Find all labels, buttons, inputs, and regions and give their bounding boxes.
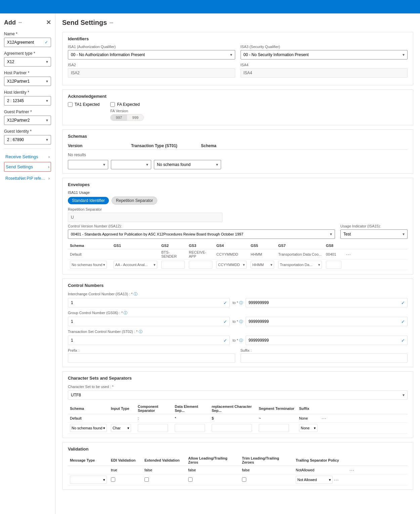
no-results-text: No results [68, 153, 408, 157]
st02-row: ✓ to * ⓘ ✓ [68, 336, 408, 345]
schema-col-schema: Schema [201, 143, 408, 148]
ta1-checkbox-label[interactable]: TA1 Expected [68, 102, 99, 107]
gs06-input[interactable] [68, 317, 230, 326]
rep-sep-input[interactable] [68, 213, 222, 222]
isa13-to-info-icon[interactable]: ⓘ [239, 301, 243, 305]
prefix-input[interactable] [68, 353, 235, 363]
sidebar-item-send-settings[interactable]: Send Settings › [4, 162, 51, 172]
fa-version-group: FA Version 997 999 [110, 109, 144, 121]
val-allow-checkbox[interactable] [188, 477, 193, 482]
name-value: X12Agreement [7, 40, 34, 45]
host-identity-label: Host Identity * [4, 90, 51, 95]
env-gs7-select[interactable]: Transportation Da... ▾ [278, 261, 322, 269]
fa-checkbox[interactable] [110, 102, 115, 107]
guest-identity-select[interactable]: 2 : 67890 ▾ [4, 135, 51, 144]
isa13-input[interactable] [68, 298, 230, 307]
isa2-input[interactable] [68, 68, 235, 78]
host-partner-select[interactable]: X12Partner1 ▾ [4, 77, 51, 86]
isa3-select[interactable]: 00 - No Security Information Present ▾ [241, 50, 408, 59]
st02-input[interactable] [68, 336, 230, 345]
sep-default-ellipsis[interactable]: ··· [322, 416, 327, 421]
st02-to-input[interactable] [246, 336, 408, 345]
isa13-info-icon[interactable]: ⓘ [134, 292, 137, 296]
env-schema-select[interactable]: No schemas found ▾ [70, 261, 107, 269]
host-identity-select[interactable]: 2 : 12345 ▾ [4, 96, 51, 105]
close-icon[interactable]: ✕ [46, 19, 51, 26]
st02-info-icon[interactable]: ⓘ [139, 330, 142, 334]
suffix-input[interactable] [241, 353, 408, 363]
env-schema-option: No schemas found [72, 263, 102, 267]
control-version-select[interactable]: 00401 - Standards Approved for Publicati… [68, 229, 335, 239]
host-partner-label: Host Partner * [4, 71, 51, 75]
sep-col-actions [320, 403, 408, 414]
val-col-trim-leading: Trim Leading/Trailing Zeroes [240, 455, 294, 466]
ta1-checkbox[interactable] [68, 102, 73, 107]
schema-transaction-select[interactable]: ▾ [111, 160, 151, 169]
env-gs4-option: CCYYMMDD [218, 263, 240, 267]
sep-suffix-select[interactable]: None ▾ [299, 424, 318, 432]
env-gs2-input[interactable] [161, 261, 185, 269]
sep-replacement-input[interactable] [212, 424, 252, 432]
agreement-type-select[interactable]: X12 ▾ [4, 57, 51, 67]
char-set-select[interactable]: UTF8 ▾ [68, 390, 408, 400]
env-gs1-select[interactable]: AA - Account Anal... ▾ [114, 261, 157, 269]
name-select[interactable]: X12Agreement ✓ [4, 38, 51, 47]
gs06-info-icon[interactable]: ⓘ [124, 311, 127, 315]
env-gs8-input[interactable] [326, 261, 341, 269]
isa1-select[interactable]: 00 - No Authorization Information Presen… [68, 50, 235, 59]
isa13-row: ✓ to * ⓘ ✓ [68, 298, 408, 307]
val-default-ellipsis[interactable]: ··· [349, 467, 354, 473]
isa13-to-input-wrap: ✓ [246, 298, 408, 307]
val-controls-row: ▾ [68, 474, 408, 485]
val-trailing-sep-group: Not Allowed ▾ ··· [296, 476, 345, 484]
env-col-gs4: GS4 [214, 242, 249, 249]
sidebar-item-rosettanet[interactable]: RosettaNet PIP referen... › [4, 173, 51, 183]
val-row-ellipsis[interactable]: ··· [334, 477, 339, 482]
st02-to-group: to * ⓘ [233, 338, 243, 343]
isa13-to-input[interactable] [246, 298, 408, 307]
chevron-down-icon: ▾ [46, 59, 48, 64]
val-trailing-sep-select[interactable]: Not Allowed ▾ [296, 476, 333, 484]
gs06-to-info-icon[interactable]: ⓘ [239, 319, 243, 324]
sep-default-actions: ··· [320, 414, 408, 423]
sep-segment-input[interactable] [259, 424, 289, 432]
env-gs4-select[interactable]: CCYYMMDD ▾ [216, 261, 247, 269]
env-default-ellipsis[interactable]: ··· [346, 252, 351, 257]
table-row-controls: No schemas found ▾ AA - Account Anal... … [68, 260, 408, 270]
schema-version-select[interactable]: ▾ [68, 160, 108, 169]
schema-select[interactable]: No schemas found ▾ [154, 160, 221, 169]
identifiers-title: Identifiers [68, 36, 408, 41]
val-edi-checkbox[interactable] [111, 477, 115, 482]
val-col-allow-leading: Allow Leading/Trailing Zeros [186, 455, 240, 466]
val-schema-select[interactable]: ▾ [70, 476, 107, 484]
env-col-schema: Schema [68, 242, 112, 249]
val-extended-checkbox[interactable] [144, 477, 149, 482]
gs06-to-input[interactable] [246, 317, 408, 326]
usage-select[interactable]: Test ▾ [340, 229, 408, 239]
control-version-label: Control Version Number (ISA12): [68, 224, 335, 228]
page-title-row: Send Settings ··· [62, 19, 413, 27]
env-gs3-input[interactable] [189, 261, 212, 269]
chevron-down-sep-suffix: ▾ [314, 426, 316, 430]
sep-schema-select[interactable]: No schemas found ▾ [70, 424, 107, 432]
repetition-separator-btn[interactable]: Repetition Separator [112, 197, 157, 205]
fa-version-997[interactable]: 997 [111, 115, 127, 121]
isa4-input[interactable] [241, 68, 408, 78]
sidebar-item-receive-settings[interactable]: Receive Settings › [4, 152, 51, 162]
sep-data-element-input[interactable] [175, 424, 205, 432]
separator-table: Schema Input Type Component Separator Da… [68, 403, 408, 434]
env-gs5-select[interactable]: HHMM ▾ [251, 261, 274, 269]
st02-to-info-icon[interactable]: ⓘ [239, 338, 243, 342]
val-trim-checkbox[interactable] [242, 477, 246, 482]
control-version-group: Control Version Number (ISA12): 00401 - … [68, 224, 335, 239]
val-default-trim: false [240, 466, 294, 474]
fa-checkbox-label[interactable]: FA Expected [110, 102, 144, 107]
val-extended-checkbox-cell [142, 474, 186, 485]
sep-input-type-select[interactable]: Char ▾ [111, 424, 131, 432]
agreement-type-field-group: Agreement type * X12 ▾ [4, 51, 51, 67]
guest-partner-select[interactable]: X12Partner2 ▾ [4, 116, 51, 125]
gs06-to-label: to * ⓘ [233, 319, 243, 324]
sep-component-input[interactable] [138, 424, 168, 432]
standard-identifier-btn[interactable]: Standard Identifier [68, 197, 109, 204]
fa-version-999[interactable]: 999 [127, 115, 143, 121]
